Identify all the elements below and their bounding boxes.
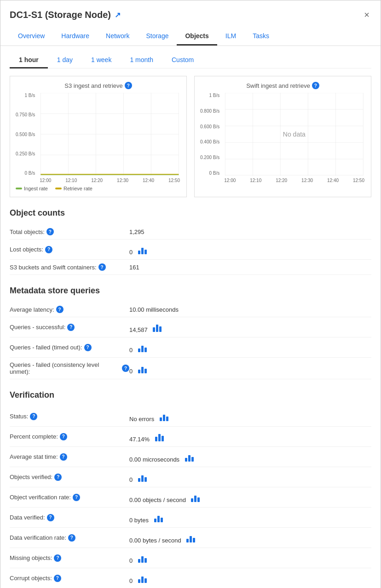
missing-objects-chart[interactable]: [138, 552, 151, 563]
missing-objects-value: 0: [129, 552, 371, 564]
avg-stat-time-chart[interactable]: [185, 451, 198, 462]
s3-buckets-row: S3 buckets and Swift containers: ? 161: [10, 260, 371, 275]
lost-objects-label: Lost objects: ?: [10, 246, 129, 253]
objects-verified-chart[interactable]: [138, 471, 151, 482]
time-tab-bar: 1 hour1 day1 week1 monthCustom: [10, 46, 371, 69]
s3-ingest-legend: Ingest rate: [16, 186, 48, 191]
main-content: 1 hour1 day1 week1 monthCustom S3 ingest…: [0, 46, 381, 588]
lost-objects-chart[interactable]: [138, 243, 151, 254]
status-chart[interactable]: [160, 410, 173, 421]
modal-container: DC1-S1 (Storage Node) ↗ × OverviewHardwa…: [0, 0, 381, 588]
s3-chart-box: S3 ingest and retrieve ? 1 B/s 0.750 B/s…: [10, 76, 187, 197]
queries-timedout-help[interactable]: ?: [84, 344, 92, 351]
queries-timedout-label: Queries - failed (timed out): ?: [10, 344, 129, 351]
data-verified-row: Data verified: ? 0 bytes: [10, 508, 371, 528]
time-tab-1-week[interactable]: 1 week: [82, 52, 121, 69]
avg-stat-time-label: Average stat time: ?: [10, 453, 129, 461]
avg-latency-row: Average latency: ? 10.00 milliseconds: [10, 302, 371, 317]
avg-latency-help[interactable]: ?: [56, 306, 64, 313]
percent-complete-chart[interactable]: [155, 430, 168, 441]
queries-unmet-help[interactable]: ?: [122, 365, 129, 372]
status-label: Status: ?: [10, 413, 129, 420]
objects-verified-value: 0: [129, 471, 371, 483]
nav-tab-objects[interactable]: Objects: [177, 28, 217, 46]
data-verified-help[interactable]: ?: [47, 514, 54, 521]
percent-complete-value: 47.14%: [129, 430, 371, 443]
data-verification-rate-label: Data verification rate: ?: [10, 534, 129, 542]
percent-complete-row: Percent complete: ? 47.14%: [10, 427, 371, 447]
nav-tab-hardware[interactable]: Hardware: [53, 28, 98, 46]
object-verification-rate-chart[interactable]: [191, 491, 204, 502]
avg-stat-time-row: Average stat time: ? 0.00 microseconds: [10, 447, 371, 467]
missing-objects-label: Missing objects: ?: [10, 554, 129, 562]
status-help[interactable]: ?: [30, 413, 37, 420]
avg-latency-label: Average latency: ?: [10, 306, 129, 313]
s3-x-labels: 12:00 12:10 12:20 12:30 12:40 12:50: [39, 178, 181, 183]
s3-legend: Ingest rate Retrieve rate: [16, 186, 181, 191]
queries-unmet-row: Queries - failed (consistency level unme…: [10, 358, 371, 379]
nav-tab-storage[interactable]: Storage: [138, 28, 177, 46]
data-verified-label: Data verified: ?: [10, 514, 129, 521]
s3-buckets-label: S3 buckets and Swift containers: ?: [10, 263, 129, 271]
swift-x-labels: 12:00 12:10 12:20 12:30 12:40 12:50: [223, 178, 365, 183]
lost-objects-value: 0: [129, 243, 371, 256]
nav-tab-ilm[interactable]: ILM: [217, 28, 244, 46]
avg-stat-time-help[interactable]: ?: [60, 453, 67, 461]
object-verification-rate-value: 0.00 objects / second: [129, 491, 371, 503]
data-verified-chart[interactable]: [154, 511, 167, 522]
data-verified-value: 0 bytes: [129, 511, 371, 524]
time-tab-1-day[interactable]: 1 day: [48, 52, 82, 69]
verification-section: Verification Status: ? No errors: [10, 390, 371, 588]
metadata-queries-title: Metadata store queries: [10, 286, 371, 296]
nav-tab-overview[interactable]: Overview: [10, 28, 53, 46]
status-value: No errors: [129, 410, 371, 422]
corrupt-objects-help[interactable]: ?: [54, 575, 61, 582]
s3-retrieve-legend: Retrieve rate: [55, 186, 92, 191]
queries-timedout-chart[interactable]: [138, 341, 151, 352]
time-tab-1-month[interactable]: 1 month: [121, 52, 162, 69]
s3-chart-area: 12:00 12:10 12:20 12:30 12:40 12:50: [39, 93, 181, 183]
objects-verified-help[interactable]: ?: [54, 474, 62, 481]
data-verification-rate-help[interactable]: ?: [68, 534, 75, 542]
s3-buckets-help[interactable]: ?: [98, 263, 106, 271]
time-tab-1-hour[interactable]: 1 hour: [10, 52, 48, 69]
percent-complete-help[interactable]: ?: [60, 433, 67, 440]
swift-help-icon[interactable]: ?: [312, 82, 319, 89]
queries-successful-label: Queries - successful: ?: [10, 324, 129, 331]
corrupt-objects-row: Corrupt objects: ? 0: [10, 568, 371, 588]
object-counts-title: Object counts: [10, 208, 371, 218]
total-objects-value: 1,295: [129, 228, 371, 235]
external-link-icon[interactable]: ↗: [115, 11, 121, 19]
missing-objects-row: Missing objects: ? 0: [10, 548, 371, 568]
queries-unmet-chart[interactable]: [138, 362, 151, 373]
corrupt-objects-label: Corrupt objects: ?: [10, 575, 129, 582]
queries-successful-help[interactable]: ?: [67, 324, 75, 331]
object-verification-rate-label: Object verification rate: ?: [10, 494, 129, 501]
corrupt-objects-chart[interactable]: [138, 572, 151, 583]
swift-chart-box: Swift ingest and retrieve ? 1 B/s 0.800 …: [194, 76, 371, 197]
missing-objects-help[interactable]: ?: [54, 554, 61, 562]
s3-help-icon[interactable]: ?: [125, 82, 132, 89]
objects-verified-label: Objects verified: ?: [10, 474, 129, 481]
s3-chart-svg: [39, 93, 181, 176]
queries-timedout-value: 0: [129, 341, 371, 354]
lost-objects-help[interactable]: ?: [45, 246, 52, 253]
charts-row: S3 ingest and retrieve ? 1 B/s 0.750 B/s…: [10, 76, 371, 197]
data-verification-rate-chart[interactable]: [186, 531, 199, 542]
ingest-color: [16, 188, 22, 189]
modal-title: DC1-S1 (Storage Node) ↗: [10, 10, 121, 20]
queries-successful-value: 14,587: [129, 321, 371, 333]
retrieve-color: [55, 188, 62, 189]
nav-tab-tasks[interactable]: Tasks: [244, 28, 277, 46]
corrupt-objects-value: 0: [129, 572, 371, 584]
object-verification-rate-help[interactable]: ?: [73, 494, 80, 501]
close-button[interactable]: ×: [362, 8, 371, 22]
percent-complete-label: Percent complete: ?: [10, 433, 129, 440]
queries-successful-chart[interactable]: [153, 321, 166, 332]
nav-tab-network[interactable]: Network: [98, 28, 138, 46]
time-tab-custom[interactable]: Custom: [162, 52, 203, 69]
total-objects-help[interactable]: ?: [46, 228, 54, 235]
objects-verified-row: Objects verified: ? 0: [10, 467, 371, 487]
status-row: Status: ? No errors: [10, 406, 371, 427]
queries-successful-row: Queries - successful: ? 14,587: [10, 317, 371, 337]
